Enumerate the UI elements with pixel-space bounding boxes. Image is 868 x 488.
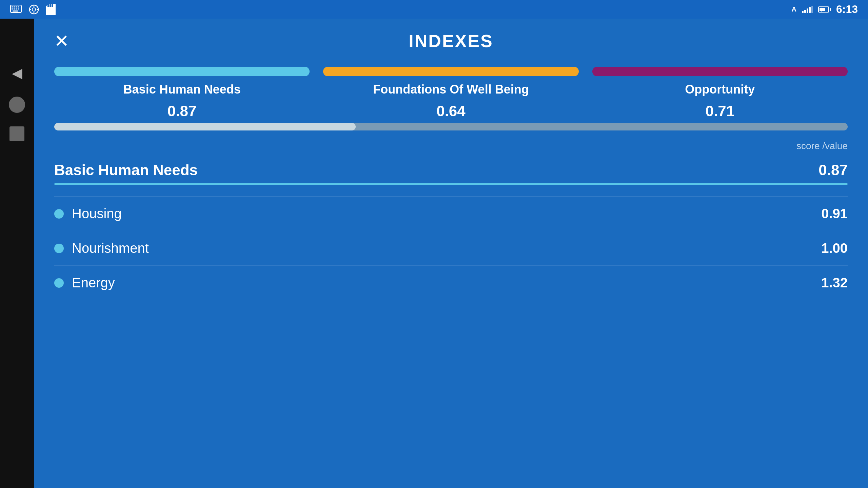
selected-category-row: Basic Human Needs 0.87 (54, 155, 848, 197)
svg-rect-5 (12, 8, 13, 9)
score-header: score /value (54, 141, 848, 151)
index-score-opportunity: 0.71 (706, 103, 735, 120)
sub-item-housing-left: Housing (54, 206, 122, 221)
index-card-foundations-well-being[interactable]: Foundations Of Well Being 0.64 (323, 67, 578, 120)
svg-point-11 (32, 8, 36, 11)
index-name-foundations: Foundations Of Well Being (373, 82, 529, 97)
status-bar-left (10, 4, 56, 15)
sub-item-nourishment[interactable]: Nourishment 1.00 (54, 231, 848, 266)
sub-item-nourishment-left: Nourishment (54, 241, 149, 256)
sd-card-icon (46, 4, 56, 15)
svg-rect-9 (13, 11, 18, 12)
recents-button[interactable] (9, 126, 24, 141)
svg-rect-6 (14, 8, 15, 9)
svg-rect-8 (18, 8, 19, 9)
sub-item-energy-left: Energy (54, 275, 115, 290)
status-bar: A 6:13 (0, 0, 868, 19)
svg-rect-4 (18, 6, 19, 7)
signal-icon (802, 6, 813, 13)
sub-score-nourishment: 1.00 (821, 241, 848, 256)
sub-dot-energy (54, 278, 64, 288)
main-content: ✕ INDEXES Basic Human Needs 0.87 Foundat… (34, 19, 868, 488)
index-name-basic-human-needs: Basic Human Needs (123, 82, 241, 97)
svg-rect-1 (12, 6, 13, 7)
back-button[interactable]: ◀ (7, 63, 27, 83)
category-underline (54, 183, 848, 185)
keyboard-icon (10, 5, 22, 14)
sync-icon (28, 4, 39, 15)
index-card-opportunity[interactable]: Opportunity 0.71 (592, 67, 848, 120)
sub-item-housing[interactable]: Housing 0.91 (54, 197, 848, 231)
score-table: score /value Basic Human Needs 0.87 Hous… (34, 130, 868, 488)
page-title: INDEXES (409, 31, 493, 51)
sub-name-housing: Housing (72, 206, 122, 221)
svg-rect-16 (47, 4, 49, 7)
left-sidebar: ◀ (0, 19, 34, 488)
index-bar-blue (54, 67, 310, 76)
sub-dot-housing (54, 209, 64, 219)
index-card-basic-human-needs[interactable]: Basic Human Needs 0.87 (54, 67, 310, 120)
index-bar-purple (592, 67, 848, 76)
home-button[interactable] (9, 97, 25, 113)
sub-score-housing: 0.91 (821, 206, 848, 221)
sub-dot-nourishment (54, 244, 64, 253)
sub-name-nourishment: Nourishment (72, 241, 149, 256)
sub-name-energy: Energy (72, 275, 115, 290)
index-score-basic-human-needs: 0.87 (167, 103, 197, 120)
svg-rect-18 (52, 4, 53, 7)
svg-rect-3 (16, 6, 17, 7)
sub-item-energy[interactable]: Energy 1.32 (54, 266, 848, 300)
category-main: Basic Human Needs 0.87 (54, 162, 848, 179)
slider-container[interactable] (34, 123, 868, 130)
score-header-label: score /value (796, 141, 848, 151)
status-bar-right: A 6:13 (792, 3, 858, 16)
indexes-section: Basic Human Needs 0.87 Foundations Of We… (34, 60, 868, 120)
index-score-foundations: 0.64 (436, 103, 466, 120)
lte-badge: A (792, 5, 797, 13)
index-name-opportunity: Opportunity (685, 82, 755, 97)
category-main-score: 0.87 (818, 162, 848, 179)
svg-rect-2 (14, 6, 15, 7)
sub-score-energy: 1.32 (821, 275, 848, 290)
close-button[interactable]: ✕ (54, 32, 69, 50)
category-main-name: Basic Human Needs (54, 162, 198, 179)
svg-rect-7 (16, 8, 17, 9)
time-display: 6:13 (836, 3, 858, 16)
slider-track[interactable] (54, 123, 848, 130)
main-layout: ◀ ✕ INDEXES Basic Human Needs 0.87 Found… (0, 19, 868, 488)
battery-icon (818, 6, 831, 13)
slider-fill (54, 123, 356, 130)
header: ✕ INDEXES (34, 19, 868, 60)
svg-rect-17 (50, 4, 51, 7)
index-bar-yellow (323, 67, 578, 76)
indexes-cards: Basic Human Needs 0.87 Foundations Of We… (54, 67, 848, 120)
